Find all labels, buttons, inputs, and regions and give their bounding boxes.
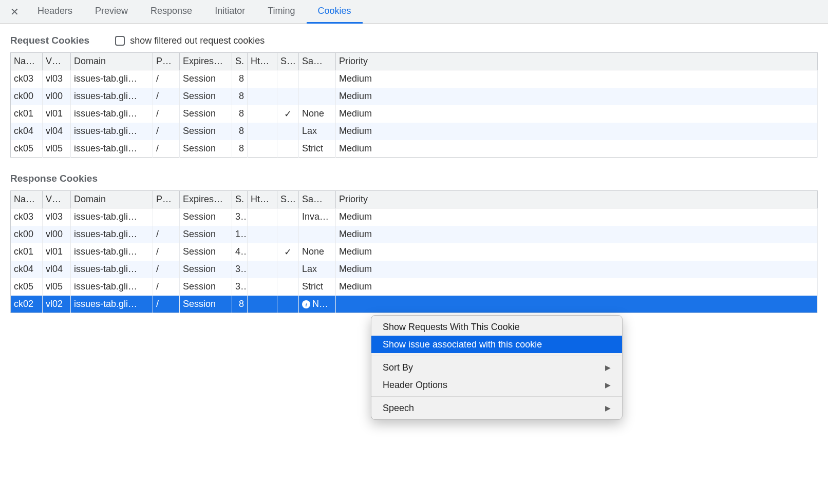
cell-value[interactable]: vl00: [43, 226, 71, 243]
cell-value[interactable]: vl05: [43, 140, 71, 158]
cell-samesite[interactable]: None: [299, 105, 336, 123]
cell-name[interactable]: ck04: [11, 123, 43, 140]
cell-samesite[interactable]: [299, 88, 336, 105]
col-httponly[interactable]: Ht…: [248, 53, 277, 70]
cell-priority[interactable]: Medium: [336, 140, 818, 158]
cell-httponly[interactable]: [248, 88, 277, 105]
cell-name[interactable]: ck04: [11, 261, 43, 278]
cell-httponly[interactable]: [248, 140, 277, 158]
cell-expires[interactable]: Session: [180, 243, 232, 261]
cell-domain[interactable]: issues-tab.gli…: [71, 88, 153, 105]
col-expires[interactable]: Expires…: [180, 53, 232, 70]
cell-name[interactable]: ck01: [11, 105, 43, 123]
cell-httponly[interactable]: [248, 70, 277, 88]
cell-expires[interactable]: Session: [180, 278, 232, 296]
cell-value[interactable]: vl02: [43, 296, 71, 313]
col-expires[interactable]: Expires…: [180, 191, 232, 208]
cell-samesite[interactable]: Strict: [299, 278, 336, 296]
cell-name[interactable]: ck03: [11, 70, 43, 88]
tab-headers[interactable]: Headers: [26, 0, 84, 24]
cell-priority[interactable]: Medium: [336, 88, 818, 105]
cell-secure[interactable]: [277, 123, 299, 140]
cell-samesite[interactable]: [299, 70, 336, 88]
cell-value[interactable]: vl00: [43, 88, 71, 105]
cell-secure[interactable]: [277, 70, 299, 88]
table-row[interactable]: ck01vl01issues-tab.gli…/Session8✓NoneMed…: [11, 105, 818, 123]
cell-samesite[interactable]: Lax: [299, 123, 336, 140]
table-row[interactable]: ck00vl00issues-tab.gli…/Session8Medium: [11, 88, 818, 105]
cell-size[interactable]: 3..: [232, 208, 248, 226]
cell-expires[interactable]: Session: [180, 296, 232, 313]
cell-value[interactable]: vl05: [43, 278, 71, 296]
cell-secure[interactable]: [277, 296, 299, 313]
cell-samesite[interactable]: Strict: [299, 140, 336, 158]
col-samesite[interactable]: Sa…: [299, 191, 336, 208]
cell-httponly[interactable]: [248, 105, 277, 123]
cell-expires[interactable]: Session: [180, 88, 232, 105]
cell-secure[interactable]: [277, 140, 299, 158]
col-size[interactable]: S.: [232, 53, 248, 70]
cell-size[interactable]: 4..: [232, 243, 248, 261]
cell-name[interactable]: ck05: [11, 278, 43, 296]
cell-domain[interactable]: issues-tab.gli…: [71, 70, 153, 88]
cell-name[interactable]: ck00: [11, 226, 43, 243]
cell-value[interactable]: vl03: [43, 70, 71, 88]
cell-size[interactable]: 3..: [232, 261, 248, 278]
cell-path[interactable]: /: [153, 261, 180, 278]
cell-size[interactable]: 8: [232, 70, 248, 88]
col-value[interactable]: V…: [43, 191, 71, 208]
cell-priority[interactable]: Medium: [336, 261, 818, 278]
close-icon[interactable]: ✕: [5, 6, 26, 18]
cell-expires[interactable]: Session: [180, 105, 232, 123]
cell-path[interactable]: /: [153, 278, 180, 296]
cell-samesite[interactable]: Lax: [299, 261, 336, 278]
cell-domain[interactable]: issues-tab.gli…: [71, 140, 153, 158]
cell-value[interactable]: vl01: [43, 105, 71, 123]
col-httponly[interactable]: Ht…: [248, 191, 277, 208]
cell-size[interactable]: 8: [232, 88, 248, 105]
tab-response[interactable]: Response: [139, 0, 203, 24]
cell-httponly[interactable]: [248, 278, 277, 296]
cell-samesite[interactable]: None: [299, 243, 336, 261]
cell-domain[interactable]: issues-tab.gli…: [71, 278, 153, 296]
cell-samesite[interactable]: iN…: [299, 296, 336, 313]
cell-secure[interactable]: [277, 208, 299, 226]
cell-secure[interactable]: [277, 226, 299, 243]
cell-priority[interactable]: Medium: [336, 226, 818, 243]
ctx-sort-by[interactable]: Sort By ▶: [371, 359, 622, 376]
cell-name[interactable]: ck01: [11, 243, 43, 261]
tab-initiator[interactable]: Initiator: [203, 0, 256, 24]
cell-secure[interactable]: [277, 261, 299, 278]
col-samesite[interactable]: Sa…: [299, 53, 336, 70]
col-secure[interactable]: S…: [277, 191, 299, 208]
col-path[interactable]: P…: [153, 191, 180, 208]
cell-size[interactable]: 1..: [232, 226, 248, 243]
cell-expires[interactable]: Session: [180, 208, 232, 226]
cell-domain[interactable]: issues-tab.gli…: [71, 243, 153, 261]
cell-priority[interactable]: Medium: [336, 243, 818, 261]
cell-value[interactable]: vl01: [43, 243, 71, 261]
cell-expires[interactable]: Session: [180, 226, 232, 243]
tab-cookies[interactable]: Cookies: [307, 0, 363, 24]
cell-size[interactable]: 8: [232, 140, 248, 158]
cell-name[interactable]: ck00: [11, 88, 43, 105]
cell-domain[interactable]: issues-tab.gli…: [71, 261, 153, 278]
col-priority[interactable]: Priority: [336, 53, 818, 70]
cell-path[interactable]: /: [153, 105, 180, 123]
cell-domain[interactable]: issues-tab.gli…: [71, 208, 153, 226]
table-row[interactable]: ck05vl05issues-tab.gli…/Session8StrictMe…: [11, 140, 818, 158]
cell-priority[interactable]: Medium: [336, 123, 818, 140]
col-domain[interactable]: Domain: [71, 53, 153, 70]
cell-path[interactable]: /: [153, 123, 180, 140]
table-row[interactable]: ck05vl05issues-tab.gli…/Session3..Strict…: [11, 278, 818, 296]
cell-expires[interactable]: Session: [180, 123, 232, 140]
ctx-header-options[interactable]: Header Options ▶: [371, 376, 622, 394]
cell-value[interactable]: vl03: [43, 208, 71, 226]
cell-httponly[interactable]: [248, 208, 277, 226]
col-name[interactable]: Na…: [11, 53, 43, 70]
cell-domain[interactable]: issues-tab.gli…: [71, 226, 153, 243]
cell-priority[interactable]: Medium: [336, 278, 818, 296]
ctx-speech[interactable]: Speech ▶: [371, 399, 622, 417]
cell-path[interactable]: /: [153, 88, 180, 105]
cell-httponly[interactable]: [248, 296, 277, 313]
